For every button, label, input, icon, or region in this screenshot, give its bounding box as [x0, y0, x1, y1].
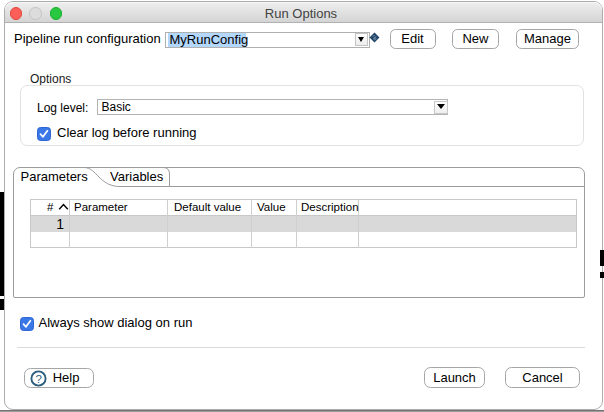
- svg-text:?: ?: [35, 372, 41, 384]
